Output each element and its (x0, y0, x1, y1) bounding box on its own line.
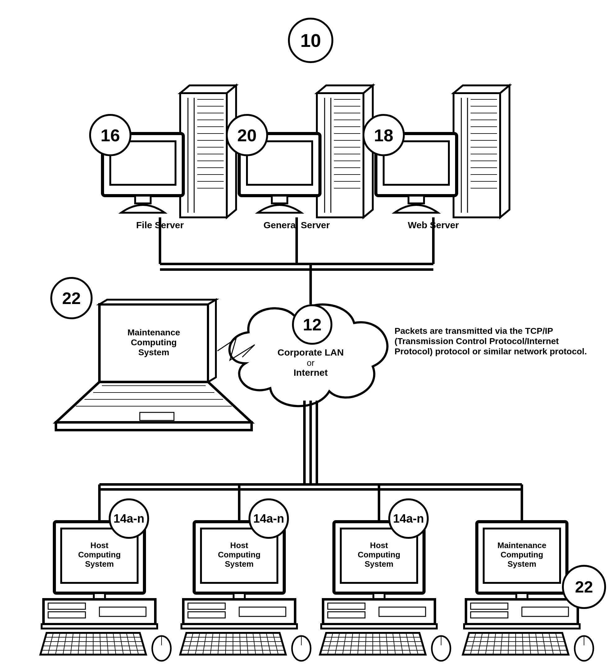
svg-rect-71 (409, 196, 424, 203)
svg-text:14a-n: 14a-n (113, 512, 144, 525)
svg-text:10: 10 (300, 30, 321, 51)
svg-text:22: 22 (575, 578, 593, 596)
svg-rect-141 (188, 612, 225, 618)
svg-rect-143 (181, 624, 297, 629)
svg-rect-174 (328, 612, 365, 618)
svg-rect-91 (140, 412, 174, 420)
svg-rect-175 (379, 607, 426, 616)
svg-marker-50 (454, 93, 500, 217)
svg-rect-21 (135, 196, 151, 203)
svg-text:System: System (508, 559, 537, 569)
svg-rect-46 (272, 196, 287, 203)
svg-marker-25 (317, 93, 364, 217)
svg-text:System: System (85, 559, 114, 569)
svg-rect-209 (464, 624, 580, 629)
svg-text:Computing: Computing (218, 550, 260, 559)
svg-text:14a-n: 14a-n (253, 512, 284, 525)
svg-text:18: 18 (374, 125, 393, 145)
svg-text:System: System (365, 559, 394, 569)
svg-text:Computing: Computing (78, 550, 120, 559)
svg-text:Computing: Computing (131, 338, 177, 347)
svg-text:Internet: Internet (293, 367, 328, 378)
svg-marker-0 (180, 93, 227, 217)
svg-rect-108 (48, 612, 85, 618)
svg-text:22: 22 (62, 289, 81, 307)
svg-text:Computing: Computing (358, 550, 400, 559)
svg-text:Host: Host (370, 541, 388, 550)
svg-rect-142 (239, 607, 286, 616)
svg-text:Protocol) protocol or similar : Protocol) protocol or similar network pr… (395, 347, 587, 356)
svg-text:20: 20 (237, 125, 256, 145)
svg-text:Maintenance: Maintenance (127, 328, 180, 337)
svg-text:System: System (225, 559, 254, 569)
svg-marker-52 (500, 85, 510, 217)
svg-rect-207 (471, 612, 508, 618)
svg-text:Host: Host (90, 541, 108, 550)
svg-text:System: System (138, 347, 169, 357)
svg-rect-109 (99, 607, 146, 616)
svg-rect-107 (48, 603, 85, 609)
svg-marker-83 (99, 300, 216, 304)
svg-text:12: 12 (303, 315, 322, 334)
svg-text:Corporate LAN: Corporate LAN (277, 347, 344, 357)
svg-rect-173 (328, 603, 365, 609)
svg-rect-208 (522, 607, 568, 616)
svg-rect-206 (471, 603, 508, 609)
svg-rect-110 (42, 624, 157, 629)
svg-text:14a-n: 14a-n (393, 512, 424, 525)
svg-text:Maintenance: Maintenance (497, 541, 546, 550)
svg-text:16: 16 (101, 125, 120, 145)
svg-rect-176 (321, 624, 437, 629)
svg-text:or: or (307, 358, 315, 368)
svg-text:Host: Host (230, 541, 248, 550)
svg-marker-86 (56, 422, 251, 430)
svg-text:Computing: Computing (501, 550, 543, 559)
svg-marker-84 (208, 300, 216, 382)
svg-text:Packets are transmitted via th: Packets are transmitted via the TCP/IP (395, 326, 553, 336)
svg-text:(Transmission Control Protocol: (Transmission Control Protocol/Internet (395, 336, 559, 346)
svg-rect-140 (188, 603, 225, 609)
